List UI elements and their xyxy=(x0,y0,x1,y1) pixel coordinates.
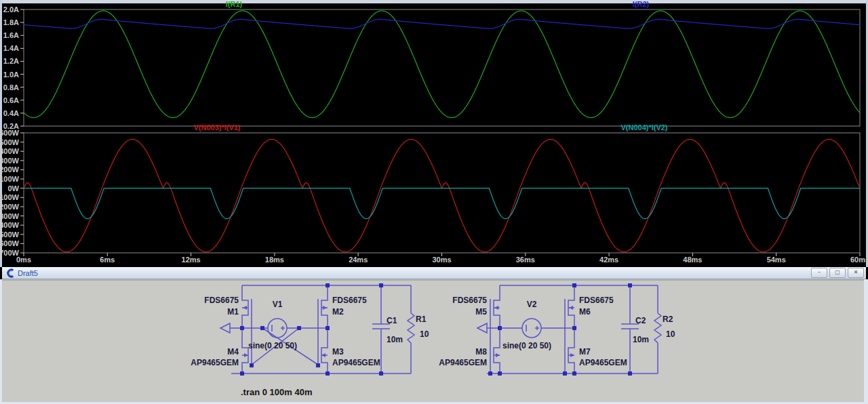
svg-text:-400W: -400W xyxy=(0,221,20,229)
svg-text:54ms: 54ms xyxy=(767,256,786,264)
svg-text:48ms: 48ms xyxy=(683,256,702,264)
svg-text:1.6A: 1.6A xyxy=(3,31,19,39)
svg-text:6ms: 6ms xyxy=(100,256,115,264)
m1-part-label[interactable]: FDS6675 xyxy=(204,296,239,305)
svg-text:1.0A: 1.0A xyxy=(3,70,19,79)
svg-text:200W: 200W xyxy=(0,165,20,174)
schematic-window: Draft5 – ▢ ✕ xyxy=(0,267,868,404)
m4-label[interactable]: M4 xyxy=(227,347,239,357)
c1-label[interactable]: C1 xyxy=(387,316,397,325)
svg-text:500W: 500W xyxy=(0,138,20,146)
r2-label[interactable]: R2 xyxy=(663,315,673,324)
top-chrome-strip xyxy=(0,0,868,3)
ltspice-logo-icon xyxy=(5,268,15,278)
svg-text:300W: 300W xyxy=(0,157,20,165)
v2-value-label[interactable]: sine(0 20 50) xyxy=(502,341,551,350)
svg-text:0.6A: 0.6A xyxy=(3,96,19,104)
svg-text:400W: 400W xyxy=(0,147,20,155)
v2-label[interactable]: V2 xyxy=(527,300,537,309)
c2-value-label[interactable]: 10m xyxy=(633,335,649,344)
m3-label[interactable]: M3 xyxy=(332,347,344,357)
svg-text:-100W: -100W xyxy=(0,193,20,201)
svg-text:0.4A: 0.4A xyxy=(3,109,19,117)
m6-label[interactable]: M6 xyxy=(579,307,591,317)
svg-text:1.4A: 1.4A xyxy=(3,44,19,52)
c1-value-label[interactable]: 10m xyxy=(387,335,403,344)
schematic-canvas[interactable]: FDS6675 M1 FDS6675 M2 M4 AP9465GEM M3 AP… xyxy=(0,279,868,404)
r1-label[interactable]: R1 xyxy=(416,315,427,324)
minimize-button[interactable]: – xyxy=(811,268,827,278)
m3-part-label[interactable]: AP9465GEM xyxy=(332,358,380,367)
waveform-viewer[interactable]: 2.0A1.8A1.6A1.4A1.2A1.0A0.8A0.6A0.4A0.2A… xyxy=(0,0,868,267)
m6-part-label[interactable]: FDS6675 xyxy=(579,296,614,305)
schematic-titlebar[interactable]: Draft5 – ▢ ✕ xyxy=(2,267,866,279)
svg-text:-300W: -300W xyxy=(0,212,20,220)
schematic-window-title: Draft5 xyxy=(18,269,811,277)
svg-text:42ms: 42ms xyxy=(599,256,618,264)
m7-label[interactable]: M7 xyxy=(579,347,591,357)
m2-part-label[interactable]: FDS6675 xyxy=(332,296,367,305)
svg-text:18ms: 18ms xyxy=(265,256,284,264)
svg-text:0.8A: 0.8A xyxy=(3,83,19,92)
m4-part-label[interactable]: AP9465GEM xyxy=(191,358,239,367)
m5-part-label[interactable]: FDS6675 xyxy=(452,296,487,305)
m1-label[interactable]: M1 xyxy=(227,307,239,317)
svg-text:12ms: 12ms xyxy=(182,256,201,264)
schematic-background xyxy=(2,280,864,402)
svg-text:36ms: 36ms xyxy=(516,256,535,264)
svg-text:1.2A: 1.2A xyxy=(3,57,19,65)
c2-label[interactable]: C2 xyxy=(635,316,646,325)
v1-label[interactable]: V1 xyxy=(273,300,283,309)
svg-text:2.0A: 2.0A xyxy=(3,5,19,14)
svg-text:0ms: 0ms xyxy=(16,256,31,264)
plot-background xyxy=(0,0,868,267)
m8-label[interactable]: M8 xyxy=(475,347,487,357)
svg-text:60ms: 60ms xyxy=(850,256,868,264)
r2-value-label[interactable]: 10 xyxy=(666,329,675,339)
svg-text:600W: 600W xyxy=(0,129,20,137)
svg-text:100W: 100W xyxy=(0,175,20,183)
svg-text:1.8A: 1.8A xyxy=(3,18,19,26)
v1-value-label[interactable]: sine(0 20 50) xyxy=(248,341,297,350)
spice-directive[interactable]: .tran 0 100m 40m xyxy=(241,387,313,397)
svg-text:I(R1): I(R1) xyxy=(226,0,243,8)
ltspice-app: 2.0A1.8A1.6A1.4A1.2A1.0A0.8A0.6A0.4A0.2A… xyxy=(0,0,868,404)
svg-text:I(R2): I(R2) xyxy=(633,0,650,8)
r1-value-label[interactable]: 10 xyxy=(420,329,429,339)
svg-text:-200W: -200W xyxy=(0,203,20,211)
svg-text:-600W: -600W xyxy=(0,239,20,247)
m7-part-label[interactable]: AP9465GEM xyxy=(579,358,627,367)
svg-text:0W: 0W xyxy=(8,184,20,193)
close-button[interactable]: ✕ xyxy=(848,268,864,278)
maximize-button[interactable]: ▢ xyxy=(829,268,846,278)
m8-part-label[interactable]: AP9465GEM xyxy=(439,358,487,367)
svg-text:30ms: 30ms xyxy=(432,256,451,264)
m5-label[interactable]: M5 xyxy=(475,307,487,317)
svg-text:-500W: -500W xyxy=(0,230,20,239)
m2-label[interactable]: M2 xyxy=(332,307,344,317)
svg-text:24ms: 24ms xyxy=(349,256,368,264)
svg-text:V(N003)*I(V1): V(N003)*I(V1) xyxy=(193,123,240,132)
svg-text:V(N004)*I(V2): V(N004)*I(V2) xyxy=(620,123,667,132)
